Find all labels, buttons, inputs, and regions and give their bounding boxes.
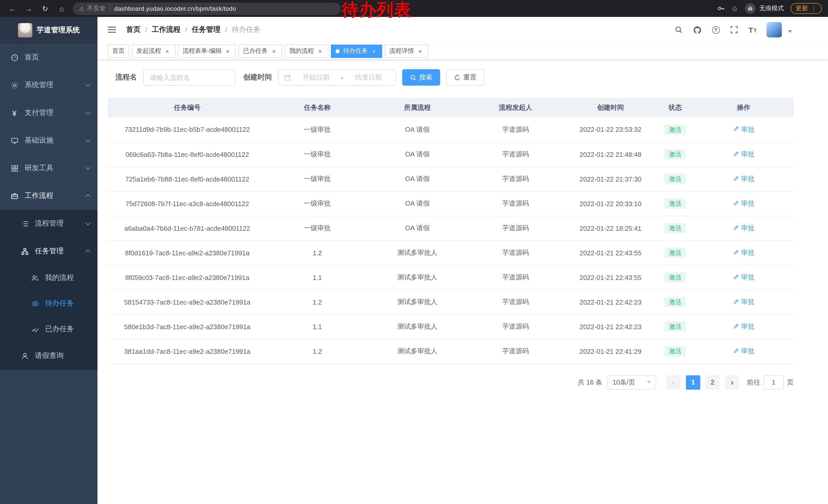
forward-icon: → <box>25 4 32 12</box>
close-icon[interactable]: × <box>164 47 171 55</box>
sidebar-item-label: 待办任务 <box>45 299 74 308</box>
avatar-caret-icon[interactable] <box>788 30 792 35</box>
approve-link[interactable]: 审批 <box>733 125 754 134</box>
col-task-id: 任务编号 <box>108 98 267 118</box>
search-button-form[interactable]: 搜索 <box>402 69 440 86</box>
approve-link[interactable]: 审批 <box>733 174 754 184</box>
cell-task-name: 一级审批 <box>267 167 368 191</box>
bookmark-button[interactable]: ☆ <box>731 4 738 13</box>
cell-status: 激活 <box>657 167 694 191</box>
forward-button[interactable]: → <box>22 2 35 15</box>
approve-link[interactable]: 审批 <box>733 273 754 282</box>
address-bar[interactable]: ⚠不安全 dashboard.yudao.iocoder.cn/bpm/task… <box>73 2 341 15</box>
reset-button[interactable]: 重置 <box>446 69 484 86</box>
font-size-button[interactable]: TT <box>745 21 760 39</box>
breadcrumb-item[interactable]: 首页 <box>126 25 140 34</box>
date-range-picker[interactable]: 开始日期 - 结束日期 <box>278 69 396 86</box>
approve-link[interactable]: 审批 <box>733 322 754 331</box>
cell-initiator: 芋道源码 <box>467 167 564 191</box>
sidebar-item-payment[interactable]: ¥ 支付管理 <box>0 99 97 127</box>
reload-button[interactable]: ↻ <box>38 2 52 15</box>
tab-done-tasks[interactable]: 已办任务× <box>239 44 282 58</box>
cell-task-id: 580e1b3d-7ac8-11ec-a9e2-a2380e71991a <box>108 314 267 339</box>
cell-created: 2022-01-21 22:41:29 <box>564 339 657 364</box>
tab-home[interactable]: 首页 <box>108 44 129 58</box>
sidebar-item-home[interactable]: 首页 <box>0 44 97 71</box>
security-status[interactable]: ⚠不安全 <box>79 4 106 13</box>
user-icon <box>20 352 29 360</box>
cell-process: OA 请假 <box>368 167 467 191</box>
avatar[interactable] <box>767 22 782 37</box>
sidebar-item-devtools[interactable]: 研发工具 <box>0 154 97 182</box>
next-page-button[interactable]: › <box>725 375 739 390</box>
page-size-select[interactable]: 10条/页 <box>608 375 656 390</box>
close-icon[interactable]: × <box>370 47 378 55</box>
app-logo[interactable]: 芋道管理系统 <box>0 17 97 44</box>
hamburger-icon <box>108 26 117 34</box>
cell-action: 审批 <box>694 314 794 339</box>
home-button[interactable]: ⌂ <box>55 2 68 15</box>
sidebar-item-leave-query[interactable]: 请假查询 <box>0 342 97 370</box>
tab-my-processes[interactable]: 我的流程× <box>285 44 328 58</box>
sidebar-item-infrastructure[interactable]: 基础设施 <box>0 127 97 154</box>
back-button[interactable]: ← <box>6 2 19 15</box>
col-actions: 操作 <box>694 98 794 118</box>
incognito-icon <box>745 3 756 14</box>
status-badge: 激活 <box>664 321 686 332</box>
sidebar-item-task-management[interactable]: 任务管理 <box>0 237 97 265</box>
approve-link[interactable]: 审批 <box>733 297 754 307</box>
status-badge: 激活 <box>664 198 686 209</box>
approve-link[interactable]: 审批 <box>733 224 754 233</box>
password-key-button[interactable] <box>717 5 724 12</box>
breadcrumb-item-current: 待办任务 <box>232 25 260 34</box>
edit-icon <box>733 348 739 355</box>
sidebar-item-done-tasks[interactable]: 已办任务 <box>0 316 97 342</box>
cell-process: 测试多审批人 <box>368 240 467 265</box>
docs-button[interactable]: ? <box>708 21 723 39</box>
cell-task-id: 725a1eb6-7b88-11ec-8ef0-acde48001122 <box>108 167 267 191</box>
approve-link[interactable]: 审批 <box>733 199 754 208</box>
tab-form-edit[interactable]: 流程表单-编辑× <box>178 44 236 58</box>
sidebar-item-workflow[interactable]: 工作流程 <box>0 182 97 210</box>
edit-icon <box>733 224 739 232</box>
kebab-menu-icon[interactable]: ⋮ <box>811 5 817 12</box>
start-date-placeholder: 开始日期 <box>294 73 338 82</box>
sidebar-item-todo-tasks[interactable]: 待办任务 <box>0 291 97 316</box>
close-icon[interactable]: × <box>417 47 424 55</box>
process-name-input[interactable] <box>143 69 236 86</box>
page-button-2[interactable]: 2 <box>705 375 720 390</box>
chevron-down-icon <box>85 82 90 87</box>
close-icon[interactable]: × <box>224 47 232 55</box>
approve-link[interactable]: 审批 <box>733 248 754 258</box>
github-button[interactable] <box>690 21 705 39</box>
fullscreen-button[interactable] <box>727 21 742 39</box>
address-divider <box>110 5 110 11</box>
page-button-1[interactable]: 1 <box>686 375 700 390</box>
search-label: 搜索 <box>419 73 432 82</box>
approve-link[interactable]: 审批 <box>733 347 754 356</box>
update-button[interactable]: 更新 ⋮ <box>791 3 822 14</box>
monitor-icon <box>10 137 18 144</box>
cell-action: 审批 <box>694 290 794 314</box>
cell-initiator: 芋道源码 <box>467 339 564 364</box>
total-count: 共 16 条 <box>578 378 602 387</box>
tab-start-process[interactable]: 发起流程× <box>132 44 175 58</box>
close-icon[interactable]: × <box>317 47 324 55</box>
sidebar-toggle-button[interactable] <box>105 26 120 34</box>
goto-page-input[interactable] <box>763 375 784 390</box>
sidebar-item-my-processes[interactable]: 我的流程 <box>0 265 97 291</box>
chevron-down-icon <box>85 165 90 170</box>
calendar-icon <box>284 74 291 81</box>
incognito-label: 无痕模式 <box>759 4 784 13</box>
prev-page-button[interactable]: ‹ <box>666 375 681 390</box>
sidebar-item-process-management[interactable]: 流程管理 <box>0 210 97 237</box>
sidebar-item-system[interactable]: 系统管理 <box>0 71 97 99</box>
tab-process-detail[interactable]: 流程详情× <box>385 44 428 58</box>
approve-link[interactable]: 审批 <box>733 150 754 159</box>
close-icon[interactable]: × <box>271 47 278 55</box>
goto-unit: 页 <box>787 378 794 387</box>
search-button[interactable] <box>671 21 687 39</box>
tab-todo-tasks[interactable]: 待办任务× <box>331 44 382 58</box>
table-row: 725a1eb6-7b88-11ec-8ef0-acde48001122 一级审… <box>108 167 794 191</box>
table-row: 8f059c03-7ac8-11ec-a9e2-a2380e71991a 1.1… <box>108 265 794 290</box>
